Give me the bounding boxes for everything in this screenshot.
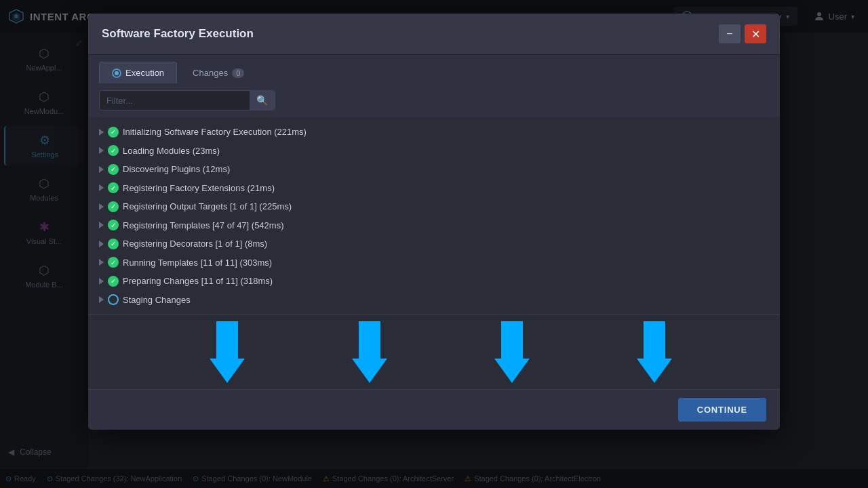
expand-icon[interactable] [99,203,104,210]
log-item: ✓ Registering Output Targets [1 of 1] (2… [88,197,780,216]
filter-input[interactable] [100,92,250,110]
modal-header-buttons: − ✕ [719,24,766,43]
arrow-head [494,359,530,383]
expand-icon[interactable] [99,222,104,228]
expand-icon[interactable] [99,129,104,136]
status-check-icon: ✓ [108,257,119,268]
status-check-icon: ✓ [108,164,119,175]
log-text: Initializing Software Factory Execution … [123,125,307,139]
log-item: ✓ Discovering Plugins (12ms) [88,160,780,179]
status-check-icon: ✓ [108,220,119,230]
filter-bar: 🔍 [88,83,780,117]
arrow-2 [352,321,387,383]
minimize-icon: − [726,28,732,40]
search-icon: 🔍 [256,95,268,106]
arrow-3 [494,321,530,383]
software-factory-modal: Software Factory Execution − ✕ Execution [88,14,780,430]
expand-icon[interactable] [99,278,104,285]
tab-changes-label: Changes [193,68,228,78]
log-text: Discovering Plugins (12ms) [123,163,230,176]
changes-badge: 0 [232,68,244,78]
modal-minimize-button[interactable]: − [719,24,741,43]
tab-execution[interactable]: Execution [99,62,177,83]
tab-changes[interactable]: Changes 0 [180,62,257,83]
expand-icon[interactable] [99,166,104,173]
execution-tab-icon [112,68,121,78]
arrow-shaft [216,321,238,359]
filter-search-button[interactable]: 🔍 [250,91,275,110]
status-check-icon: ✓ [108,145,119,156]
filter-input-wrapper: 🔍 [99,90,275,110]
log-text: Registering Factory Extensions (21ms) [123,182,275,195]
arrow-shaft [359,321,380,359]
expand-icon[interactable] [99,184,104,191]
log-text: Preparing Changes [11 of 11] (318ms) [123,274,273,288]
status-check-icon: ✓ [108,276,119,287]
log-area: ✓ Initializing Software Factory Executio… [88,117,780,314]
arrow-head [352,359,387,383]
log-text: Staging Changes [123,293,191,307]
modal-overlay: Software Factory Execution − ✕ Execution [0,0,868,488]
log-item: Staging Changes [88,291,780,310]
status-check-icon: ✓ [108,127,119,138]
log-text: Registering Decorators [1 of 1] (8ms) [123,237,267,251]
status-check-icon: ✓ [108,239,119,249]
log-text: Registering Output Targets [1 of 1] (225… [123,200,292,214]
log-item: ✓ Initializing Software Factory Executio… [88,123,780,142]
arrows-area [88,314,780,389]
status-spinner-icon [108,294,119,305]
log-item: ✓ Registering Factory Extensions (21ms) [88,179,780,198]
log-text: Running Templates [11 of 11] (303ms) [123,256,272,270]
svg-point-7 [115,71,119,75]
modal-title: Software Factory Execution [102,27,254,41]
expand-icon[interactable] [99,147,104,154]
continue-button[interactable]: CONTINUE [678,398,766,422]
arrow-head [637,359,672,383]
log-text: Loading Modules (23ms) [123,144,220,158]
log-item: ✓ Loading Modules (23ms) [88,142,780,161]
arrow-shaft [501,321,523,359]
modal-footer: CONTINUE [88,389,780,430]
log-item: ✓ Preparing Changes [11 of 11] (318ms) [88,272,780,291]
close-icon: ✕ [751,28,760,41]
arrow-4 [637,321,672,383]
expand-icon[interactable] [99,259,104,266]
modal-header: Software Factory Execution − ✕ [88,14,780,55]
modal-tabs: Execution Changes 0 [88,55,780,83]
expand-icon[interactable] [99,241,104,247]
log-item: ✓ Registering Templates [47 of 47] (542m… [88,216,780,235]
log-item: ✓ Running Templates [11 of 11] (303ms) [88,253,780,272]
arrow-1 [210,321,245,383]
expand-icon[interactable] [99,296,104,303]
modal-close-button[interactable]: ✕ [745,24,766,43]
log-item: ✓ Registering Decorators [1 of 1] (8ms) [88,235,780,253]
status-check-icon: ✓ [108,182,119,193]
arrow-head [210,359,245,383]
arrow-shaft [644,321,665,359]
log-text: Registering Templates [47 of 47] (542ms) [123,219,284,232]
status-check-icon: ✓ [108,201,119,212]
tab-execution-label: Execution [125,68,164,78]
